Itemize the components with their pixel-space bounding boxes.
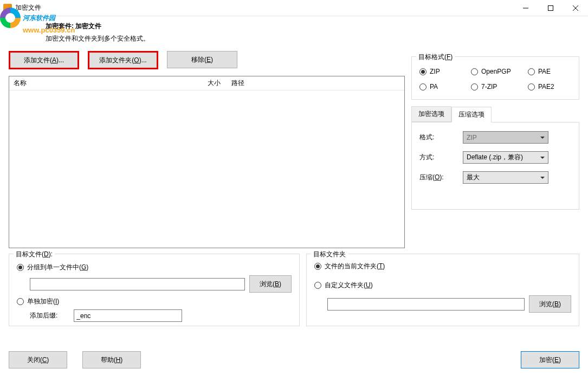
level-label: 压缩(O): (419, 173, 463, 182)
help-btn[interactable]: 帮助(H) (82, 351, 141, 368)
custom-folder-radio[interactable]: 自定义文件夹(U) (314, 281, 571, 290)
suffix-label: 添加后缀: (30, 311, 57, 320)
browse-folder-button[interactable]: 浏览(B) (529, 295, 571, 313)
footer: 关闭(C) 帮助(H) 加密(E) (9, 351, 579, 368)
window-title: 加密文件 (15, 3, 513, 12)
current-folder-radio[interactable]: 文件的当前文件夹(T) (314, 262, 571, 271)
method-select[interactable]: Deflate (.zip，兼容) (463, 151, 548, 164)
header: 加密套件: 加密文件 加密文件和文件夹到多个安全格式。 (0, 16, 588, 48)
suite-label: 加密套件: (46, 22, 74, 30)
col-size[interactable]: 大小 (193, 76, 225, 90)
encrypt-btn[interactable]: 加密(E) (521, 351, 579, 368)
header-desc: 加密文件和文件夹到多个安全格式。 (46, 34, 588, 43)
titlebar: 加密文件 (0, 0, 588, 16)
format-fieldset: 目标格式(F) ZIP OpenPGP PAE PA 7-ZIP PAE2 (411, 56, 579, 100)
format-pa[interactable]: PA (419, 83, 471, 90)
close-button[interactable] (563, 0, 588, 16)
add-file-button[interactable]: 添加文件(A)... (9, 51, 79, 69)
add-folder-button[interactable]: 添加文件夹(O)... (88, 51, 158, 69)
format-select: ZIP (463, 131, 548, 144)
col-name[interactable]: 名称 (9, 76, 193, 90)
table-header: 名称 大小 路径 (9, 76, 404, 90)
app-icon (3, 4, 12, 12)
suite-value: 加密文件 (75, 22, 101, 30)
format-zip[interactable]: ZIP (419, 68, 471, 75)
format-openpgp[interactable]: OpenPGP (471, 68, 528, 75)
file-table[interactable]: 名称 大小 路径 (9, 76, 405, 248)
col-path[interactable]: 路径 (225, 76, 404, 90)
browse-file-button[interactable]: 浏览(B) (249, 275, 292, 293)
format-pae2[interactable]: PAE2 (528, 83, 571, 90)
toolbar: 添加文件(A)... 添加文件夹(O)... 移除(E) (9, 51, 405, 69)
dest-file-fieldset: 目标文件(D): 分组到单一文件中(G) 浏览(B) 单独加密(I) 添加后缀: (9, 254, 300, 326)
dest-folder-fieldset: 目标文件夹 文件的当前文件夹(T) 自定义文件夹(U) 浏览(B) (306, 254, 579, 326)
format-7zip[interactable]: 7-ZIP (471, 83, 528, 90)
individual-radio[interactable]: 单独加密(I) (17, 297, 292, 306)
dest-file-input[interactable] (30, 278, 245, 290)
svg-rect-1 (548, 5, 553, 10)
format-label: 格式: (419, 133, 463, 142)
group-single-radio[interactable]: 分组到单一文件中(G) (17, 263, 292, 272)
close-btn[interactable]: 关闭(C) (9, 351, 67, 368)
tabs: 加密选项 压缩选项 (411, 106, 579, 122)
tab-compress[interactable]: 压缩选项 (451, 107, 492, 122)
remove-button[interactable]: 移除(E) (167, 51, 237, 68)
method-label: 方式: (419, 153, 463, 162)
maximize-button[interactable] (538, 0, 563, 16)
format-pae[interactable]: PAE (528, 68, 571, 75)
tab-body: 格式: ZIP 方式: Deflate (.zip，兼容) 压缩(O): 最大 (411, 122, 579, 210)
suffix-input[interactable] (74, 309, 182, 322)
minimize-button[interactable] (513, 0, 538, 16)
dest-folder-input[interactable] (327, 298, 525, 311)
level-select[interactable]: 最大 (463, 171, 548, 184)
tab-encrypt[interactable]: 加密选项 (411, 106, 451, 122)
